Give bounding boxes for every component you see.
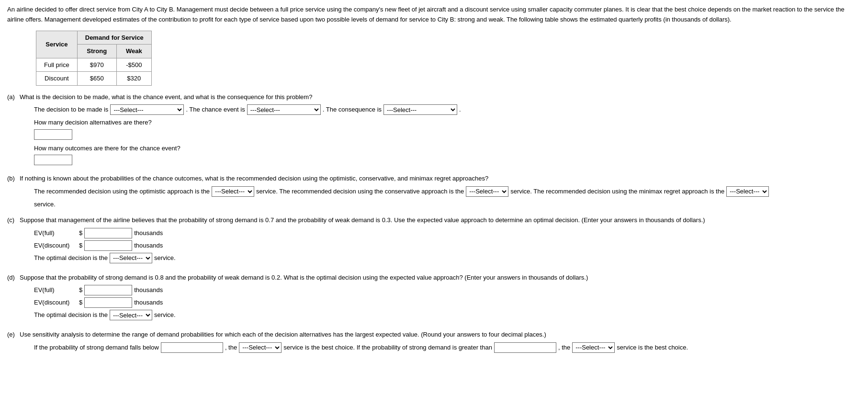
part-a-q3: How many outcomes are there for the chan… xyxy=(34,144,861,153)
table-row: Full price $970 -$500 xyxy=(36,58,152,72)
table-strong-header: Strong xyxy=(77,45,116,58)
prob-below-input[interactable] xyxy=(161,342,223,353)
part-e-question: Use sensitivity analysis to determine th… xyxy=(20,330,861,339)
ev-discount-input-d[interactable] xyxy=(84,297,132,308)
decision-select[interactable]: ---Select--- type of service to offer le… xyxy=(110,104,184,115)
optimal-select-c[interactable]: ---Select--- full price discount xyxy=(110,253,152,263)
ev-full-dollar-d: $ xyxy=(79,285,82,295)
chance-prefix: . The chance event is xyxy=(186,105,245,114)
part-b-question: If nothing is known about the probabilit… xyxy=(20,174,861,183)
table-discount-weak: $320 xyxy=(116,72,151,86)
ev-discount-dollar-d: $ xyxy=(79,298,82,307)
table-row: Discount $650 $320 xyxy=(36,72,152,86)
part-b-letter: (b) xyxy=(7,174,17,209)
minimax-prefix: service. The recommended decision using … xyxy=(510,187,724,196)
part-e-line1: If the probability of strong demand fall… xyxy=(34,342,861,353)
service-best-high-select[interactable]: ---Select--- full price discount xyxy=(572,342,615,353)
ev-full-label-c: EV(full) xyxy=(34,228,77,238)
optimal-prefix-d: The optimal decision is the xyxy=(34,310,108,320)
optimistic-prefix: The recommended decision using the optim… xyxy=(34,187,210,196)
optimal-prefix-c: The optimal decision is the xyxy=(34,253,108,263)
service-best-low-select[interactable]: ---Select--- full price discount xyxy=(239,342,282,353)
ev-full-unit-c: thousands xyxy=(134,228,163,238)
prob-above-input[interactable] xyxy=(494,342,556,353)
ev-full-input-c[interactable] xyxy=(84,228,132,238)
chance-select[interactable]: ---Select--- type of service to offer le… xyxy=(247,104,321,115)
ev-full-unit-d: thousands xyxy=(134,285,163,295)
part-e-suffix: service is the best choice. xyxy=(617,343,688,352)
conservative-select[interactable]: ---Select--- full price discount xyxy=(466,186,508,197)
ev-full-label-d: EV(full) xyxy=(34,285,77,295)
table-fullprice-weak: -$500 xyxy=(116,58,151,72)
decision-alternatives-input[interactable] xyxy=(34,129,72,140)
optimistic-select[interactable]: ---Select--- full price discount xyxy=(212,186,254,197)
part-c: (c) Suppose that management of the airli… xyxy=(7,215,861,266)
table-discount-strong: $650 xyxy=(77,72,116,86)
ev-discount-unit-d: thousands xyxy=(134,298,163,307)
optimal-suffix-d: service. xyxy=(154,310,176,320)
part-c-question: Suppose that management of the airline b… xyxy=(20,215,861,225)
part-a-line1: The decision to be made is ---Select--- … xyxy=(34,104,861,115)
ev-discount-label-c: EV(discount) xyxy=(34,241,77,250)
part-b-line1: The recommended decision using the optim… xyxy=(34,186,861,197)
part-a-q2: How many decision alternatives are there… xyxy=(34,118,861,127)
ev-full-dollar-c: $ xyxy=(79,228,82,238)
part-d: (d) Suppose that the probability of stro… xyxy=(7,273,861,324)
part-a-question: What is the decision to be made, what is… xyxy=(20,92,861,102)
chance-outcomes-input[interactable] xyxy=(34,155,72,165)
table-fullprice-label: Full price xyxy=(36,58,78,72)
ev-full-row-d: EV(full) $ thousands xyxy=(34,285,861,295)
part-e-middle3: , the xyxy=(558,343,570,352)
part-e: (e) Use sensitivity analysis to determin… xyxy=(7,330,861,356)
conservative-prefix: service. The recommended decision using … xyxy=(256,187,464,196)
intro-text: An airline decided to offer direct servi… xyxy=(7,5,861,25)
consequence-select[interactable]: ---Select--- type of service to offer le… xyxy=(383,104,457,115)
consequence-prefix: . The consequence is xyxy=(323,105,382,114)
table-fullprice-strong: $970 xyxy=(77,58,116,72)
ev-discount-dollar-c: $ xyxy=(79,241,82,250)
decision-prefix: The decision to be made is xyxy=(34,105,108,114)
table-demand-header: Demand for Service xyxy=(77,31,151,45)
part-d-letter: (d) xyxy=(7,273,17,324)
ev-discount-input-c[interactable] xyxy=(84,240,132,251)
table-service-header: Service xyxy=(36,31,78,58)
table-discount-label: Discount xyxy=(36,72,78,86)
table-weak-header: Weak xyxy=(116,45,151,58)
part-b-service-suffix: service. xyxy=(34,200,861,209)
part-a: (a) What is the decision to be made, wha… xyxy=(7,92,861,168)
part-b: (b) If nothing is known about the probab… xyxy=(7,174,861,209)
ev-discount-row-c: EV(discount) $ thousands xyxy=(34,240,861,251)
ev-discount-unit-c: thousands xyxy=(134,241,163,250)
optimal-select-d[interactable]: ---Select--- full price discount xyxy=(110,310,152,320)
minimax-select[interactable]: ---Select--- full price discount xyxy=(726,186,769,197)
part-e-prefix1: If the probability of strong demand fall… xyxy=(34,343,159,352)
profit-table: Service Demand for Service Strong Weak F… xyxy=(36,31,152,86)
part-e-letter: (e) xyxy=(7,330,17,356)
ev-full-row-c: EV(full) $ thousands xyxy=(34,228,861,238)
ev-discount-label-d: EV(discount) xyxy=(34,298,77,307)
optimal-suffix-c: service. xyxy=(154,253,176,263)
optimal-line-d: The optimal decision is the ---Select---… xyxy=(34,310,861,320)
ev-discount-row-d: EV(discount) $ thousands xyxy=(34,297,861,308)
part-e-middle2: service is the best choice. If the proba… xyxy=(283,343,492,352)
consequence-suffix: . xyxy=(459,105,461,114)
ev-full-input-d[interactable] xyxy=(84,285,132,295)
part-c-letter: (c) xyxy=(7,215,17,266)
optimal-line-c: The optimal decision is the ---Select---… xyxy=(34,253,861,263)
part-a-letter: (a) xyxy=(7,92,17,168)
part-e-middle1: , the xyxy=(225,343,237,352)
part-d-question: Suppose that the probability of strong d… xyxy=(20,273,861,282)
